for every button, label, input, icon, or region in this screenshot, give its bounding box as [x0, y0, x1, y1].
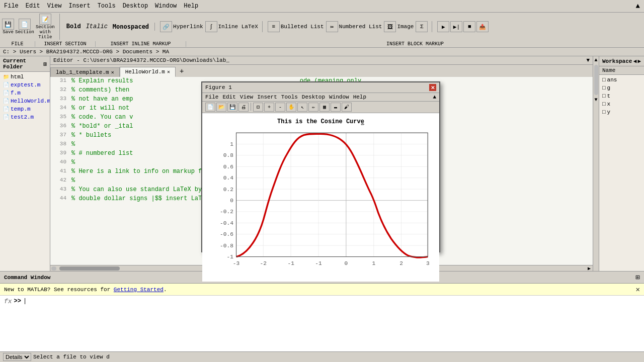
menu-view[interactable]: View	[45, 2, 64, 11]
plot-zoom-fit-btn[interactable]: ⊡	[253, 103, 263, 112]
menu-edit[interactable]: Edit	[24, 2, 42, 11]
section-with-title-button[interactable]: 📝	[39, 14, 51, 25]
list-item[interactable]: 📄 test2.m	[1, 113, 49, 121]
tab-lab1[interactable]: lab_1_template.m ✕	[50, 67, 120, 77]
image-icon[interactable]: 🖼	[384, 21, 396, 32]
hyperlink-label[interactable]: Hyperlink	[173, 24, 203, 30]
image-label[interactable]: Image	[397, 24, 414, 30]
run-section-button[interactable]: ▶|	[450, 21, 462, 32]
run-button[interactable]: ▶	[437, 21, 449, 32]
plot-zoom-out-btn[interactable]: -	[275, 103, 285, 112]
workspace-icon: □	[602, 101, 606, 107]
details-dropdown[interactable]: Details	[3, 353, 31, 361]
folder-expand-icon[interactable]: ⊞	[43, 61, 47, 67]
sigma-button[interactable]: Σ	[416, 21, 428, 32]
editor-collapse-icon[interactable]: ▼	[586, 57, 590, 63]
edit-title-icon[interactable]: ✏	[361, 120, 365, 128]
plot-colorbar-btn[interactable]: ▦	[319, 103, 330, 112]
scroll-up-arrow[interactable]: ▲	[593, 56, 598, 64]
workspace-item-ans[interactable]: □ ans	[600, 76, 643, 84]
details-bar: Details Select a file to view d	[0, 351, 644, 362]
numbered-list-icon[interactable]: ≔	[326, 21, 338, 32]
plot-save-btn[interactable]: 💾	[227, 103, 237, 112]
bold-button[interactable]: Bold	[65, 23, 83, 31]
menu-tools[interactable]: Tools	[96, 2, 118, 11]
plot-brush-btn[interactable]: 🖌	[342, 103, 352, 112]
plot-print-btn[interactable]: 🖨	[238, 103, 249, 112]
tabs-row: lab_1_template.m ✕ HelloWorld.m ✕ +	[50, 65, 593, 77]
save-button[interactable]: 💾	[2, 19, 14, 30]
scroll-right-arrow[interactable]: ▶	[586, 265, 593, 272]
add-tab-button[interactable]: +	[176, 66, 188, 77]
bulleted-list-label[interactable]: Bulleted List	[281, 24, 324, 30]
file-icon: 📄	[3, 90, 9, 96]
workspace-item-y[interactable]: □ y	[600, 108, 643, 116]
workspace-item-x[interactable]: □ x	[600, 100, 643, 108]
menu-window[interactable]: Window	[153, 2, 179, 11]
svg-text:-0.6: -0.6	[220, 231, 233, 237]
italic-button[interactable]: Italic	[85, 23, 109, 31]
tab-close-helloworld[interactable]: ✕	[167, 69, 170, 75]
plot-legend-btn[interactable]: ▬	[331, 103, 341, 112]
command-window-expand[interactable]: ⊞	[636, 273, 640, 282]
getting-started-link[interactable]: Getting Started	[114, 287, 164, 293]
plot-pan-btn[interactable]: ✋	[286, 103, 296, 112]
list-item[interactable]: 📄 f.m	[1, 89, 49, 97]
command-prompt: >>	[14, 298, 21, 305]
svg-text:0.2: 0.2	[223, 187, 233, 193]
workspace-icon: □	[602, 109, 606, 115]
scroll-down-arrow[interactable]: ▼	[593, 96, 598, 104]
workspace-collapse[interactable]: ◀	[633, 58, 637, 64]
inline-latex-icon[interactable]: ∫	[205, 21, 217, 32]
plot-menu-help[interactable]: Help	[353, 94, 366, 100]
plot-open-btn[interactable]: 📂	[216, 103, 226, 112]
svg-text:-0.8: -0.8	[220, 243, 233, 249]
plot-menu-view[interactable]: View	[240, 94, 253, 100]
plot-menu-insert[interactable]: Insert	[257, 94, 277, 100]
menu-help[interactable]: Help	[182, 2, 200, 11]
scroll-thumb[interactable]	[59, 266, 120, 270]
workspace-item-g[interactable]: □ g	[600, 84, 643, 92]
command-info-bar: New to MATLAB? See resources for Getting…	[0, 284, 644, 296]
workspace-expand[interactable]: ▶	[637, 58, 641, 64]
tab-close-lab1[interactable]: ✕	[111, 69, 114, 75]
command-body[interactable]: fx >> |	[0, 296, 644, 351]
bulleted-list-icon[interactable]: ≡	[268, 21, 280, 32]
workspace-name: x	[607, 101, 611, 107]
plot-close-button[interactable]: ✕	[429, 84, 436, 91]
plot-menu-file[interactable]: File	[205, 94, 218, 100]
workspace-item-t[interactable]: □ t	[600, 92, 643, 100]
list-item[interactable]: 📄 HelloWorld.m	[1, 97, 49, 105]
list-item[interactable]: 📄 temp.m	[1, 105, 49, 113]
plot-zoom-in-btn[interactable]: +	[264, 103, 274, 112]
scroll-thumb-v[interactable]	[594, 65, 598, 95]
plot-menu-window[interactable]: Window	[329, 94, 349, 100]
plot-new-btn[interactable]: 📄	[205, 103, 215, 112]
info-bar-close[interactable]: ✕	[636, 285, 640, 294]
menu-insert[interactable]: Insert	[66, 2, 92, 11]
list-item[interactable]: 📄 exptest.m	[1, 81, 49, 89]
plot-menu-desktop[interactable]: Desktop	[302, 94, 325, 100]
list-item[interactable]: 📁 html	[1, 73, 49, 81]
plot-annotate-btn[interactable]: ✏	[308, 103, 318, 112]
section-button[interactable]: 📄	[19, 19, 31, 30]
menu-desktop[interactable]: Desktop	[121, 2, 150, 11]
tab-helloworld[interactable]: HelloWorld.m ✕	[120, 67, 176, 77]
svg-text:-2: -2	[260, 260, 267, 266]
hyperlink-icon[interactable]: 🔗	[160, 21, 172, 32]
numbered-list-label[interactable]: Numbered List	[339, 24, 382, 30]
command-window: Command Window ⊞ New to MATLAB? See reso…	[0, 271, 644, 351]
stop-button[interactable]: ■	[463, 21, 475, 32]
cmd-info-text: New to MATLAB? See resources for Getting…	[4, 287, 167, 293]
section-label: Section	[15, 30, 34, 35]
plot-cursor-btn[interactable]: ↖	[297, 103, 307, 112]
plot-menu-edit[interactable]: Edit	[222, 94, 235, 100]
editor-vscroll[interactable]: ▲ ▼	[593, 56, 599, 271]
menu-file[interactable]: File	[2, 2, 21, 11]
cosine-chart: 1 0.8 0.6 0.4 0.2 0 -0.2 -0.4 -0.6 -0.8 …	[207, 127, 434, 274]
plot-menu-tools[interactable]: Tools	[281, 94, 298, 100]
monospaced-button[interactable]: Monospaced	[111, 23, 150, 31]
inline-latex-label[interactable]: Inline LaTeX	[218, 24, 258, 30]
plot-resize-icon[interactable]: ▲	[433, 94, 436, 100]
publish-button[interactable]: 📤	[476, 21, 489, 32]
